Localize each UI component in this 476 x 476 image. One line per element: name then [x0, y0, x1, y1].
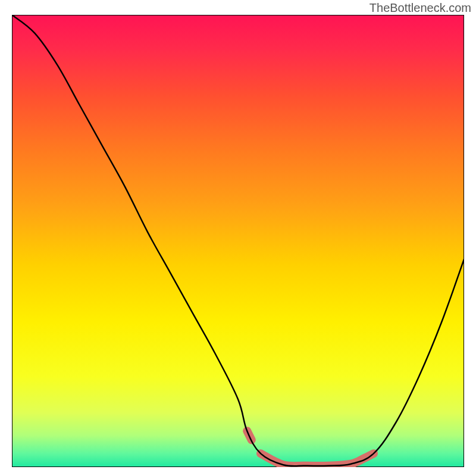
watermark-text: TheBottleneck.com: [369, 1, 471, 15]
chart-svg: [12, 15, 464, 467]
plot-area: [12, 15, 464, 467]
chart-container: TheBottleneck.com: [0, 0, 476, 476]
